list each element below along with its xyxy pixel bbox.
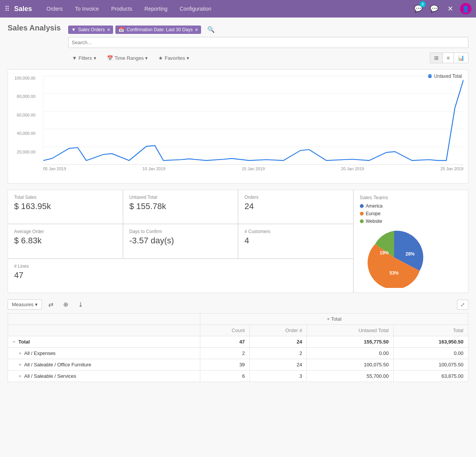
expand-furniture-button[interactable]: + xyxy=(19,362,22,368)
notification-badge: 8 xyxy=(420,1,426,7)
app-brand[interactable]: Sales xyxy=(14,5,32,13)
expenses-row-label: All / Expenses xyxy=(24,350,56,356)
stat-customers: # Customers 4 xyxy=(238,224,353,258)
measures-label: Measures xyxy=(12,302,34,307)
total-row-label: Total xyxy=(18,339,30,345)
nav-configuration[interactable]: Configuration xyxy=(174,0,217,18)
pivot-table: + Total Count Order # Untaxed Total Tota… xyxy=(8,313,468,382)
pivot-cell-total-label: − Total xyxy=(8,336,200,348)
nav-to-invoice[interactable]: To Invoice xyxy=(70,0,104,18)
filter-tag-sales-orders: ▼ Sales Orders × xyxy=(68,26,113,34)
search-bar: ▼ Sales Orders × 📅 Confirmation Date: La… xyxy=(68,24,468,48)
filter-tag-date: 📅 Confirmation Date: Last 30 Days × xyxy=(115,26,201,34)
filter-tag-date-label: Confirmation Date: Last 30 Days xyxy=(126,27,192,32)
line-chart: Untaxed Total 100,000.00 80,000.00 60,00… xyxy=(8,69,468,184)
stats-section: Total Sales $ 163.95k Untaxed Total $ 15… xyxy=(8,190,468,293)
pivot-cell-expenses-order: 2 xyxy=(249,348,307,359)
expand-services-button[interactable]: + xyxy=(19,373,22,379)
pivot-row-office-furniture: + All / Saleable / Office Furniture 39 2… xyxy=(8,359,468,371)
pivot-row-expenses: + All / Expenses 2 2 0.00 0.00 xyxy=(8,348,468,359)
stat-label-total-sales: Total Sales xyxy=(14,195,117,200)
star-icon: ★ xyxy=(158,55,163,61)
expand-expenses-button[interactable]: + xyxy=(19,350,22,356)
y-label-4: 20,000.00 xyxy=(8,150,37,154)
stat-avg-order: Average Order $ 6.83k xyxy=(8,224,123,258)
x-label-1: 10 Jan 2019 xyxy=(142,166,166,171)
pivot-cell-services-label: + All / Saleable / Services xyxy=(8,371,200,382)
filters-arrow: ▾ xyxy=(94,55,96,61)
nav-orders[interactable]: Orders xyxy=(41,0,68,18)
nav-reporting[interactable]: Reporting xyxy=(139,0,173,18)
pie-label-website: Website xyxy=(366,219,382,224)
remove-filter-sales-orders[interactable]: × xyxy=(107,27,110,33)
stat-days-confirm: Days to Confirm -3.57 day(s) xyxy=(123,224,238,258)
remove-filter-date[interactable]: × xyxy=(195,27,198,33)
pivot-cell-total-order: 24 xyxy=(249,336,307,348)
pivot-cell-expenses-total: 0.00 xyxy=(393,348,468,359)
pivot-cell-services-count: 6 xyxy=(200,371,249,382)
pivot-cell-furniture-total: 100,075.50 xyxy=(393,359,468,371)
search-icon-button[interactable]: 🔍 xyxy=(203,24,219,35)
y-label-3: 40,000.00 xyxy=(8,131,37,136)
pie-svg: 28% 53% 19% xyxy=(360,227,428,288)
plus-icon-total[interactable]: + xyxy=(327,316,330,322)
stat-label-avg-order: Average Order xyxy=(14,229,117,234)
pie-legend-europe: Europe xyxy=(360,211,462,216)
calendar-icon: 📅 xyxy=(118,27,124,32)
stat-lines: # Lines 47 xyxy=(8,259,353,293)
time-ranges-button[interactable]: 📅 Time Ranges ▾ xyxy=(103,53,152,63)
pivot-cell-furniture-count: 39 xyxy=(200,359,249,371)
nav-menu: Orders To Invoice Products Reporting Con… xyxy=(41,0,412,18)
notifications-button[interactable]: 💬 8 xyxy=(412,3,424,15)
user-avatar[interactable]: 👤 xyxy=(460,3,471,14)
stat-total-sales: Total Sales $ 163.95k xyxy=(8,190,123,224)
stat-value-total-sales: $ 163.95k xyxy=(14,201,117,211)
pivot-view-button[interactable]: ⊞ xyxy=(430,53,443,63)
stat-value-avg-order: $ 6.83k xyxy=(14,236,117,246)
pivot-row-total: − Total 47 24 155,775.50 163,950.50 xyxy=(8,336,468,348)
topnav-icons: 💬 8 💬 ✕ 👤 xyxy=(412,3,471,15)
page-title: Sales Analysis xyxy=(8,24,61,32)
avatar-image: 👤 xyxy=(462,5,470,13)
pivot-cell-total-count: 47 xyxy=(200,336,249,348)
favorites-button[interactable]: ★ Favorites ▾ xyxy=(155,53,193,63)
pivot-cell-expenses-untaxed: 0.00 xyxy=(307,348,393,359)
settings-button[interactable]: ✕ xyxy=(444,3,456,15)
page-content: Sales Analysis ▼ Sales Orders × 📅 Confir… xyxy=(0,18,476,388)
stat-label-lines: # Lines xyxy=(14,264,347,269)
nav-products[interactable]: Products xyxy=(106,0,137,18)
furniture-row-label: All / Saleable / Office Furniture xyxy=(24,362,91,368)
stat-label-orders: Orders xyxy=(244,195,347,200)
measures-button[interactable]: Measures ▾ xyxy=(8,299,42,310)
pivot-cell-services-order: 3 xyxy=(249,371,307,382)
swap-rows-cols-button[interactable]: ⇄ xyxy=(45,299,57,310)
stat-value-days-confirm: -3.57 day(s) xyxy=(129,236,232,246)
filters-button[interactable]: ▼ Filters ▾ xyxy=(68,53,100,63)
pivot-col-total: Total xyxy=(393,325,468,336)
filter-icon: ▼ xyxy=(71,27,76,32)
pivot-cell-total-total: 163,950.50 xyxy=(393,336,468,348)
search-input[interactable] xyxy=(69,37,468,48)
time-ranges-label: Time Ranges xyxy=(115,55,144,61)
favorites-label: Favorites xyxy=(165,55,185,61)
top-navigation: ⠿ Sales Orders To Invoice Products Repor… xyxy=(0,0,476,18)
x-label-3: 20 Jan 2019 xyxy=(341,166,364,171)
download-button[interactable]: ⤓ xyxy=(75,299,86,310)
chat-button[interactable]: 💬 xyxy=(428,3,440,15)
fullscreen-button[interactable]: ⤢ xyxy=(457,300,468,310)
pivot-row-header xyxy=(8,313,200,325)
pivot-col-untaxed: Untaxed Total xyxy=(307,325,393,336)
app-grid-menu[interactable]: ⠿ xyxy=(5,5,10,13)
pivot-cell-expenses-label: + All / Expenses xyxy=(8,348,200,359)
view-buttons: ⊞ ≡ 📊 xyxy=(430,53,468,63)
chart-view-button[interactable]: 📊 xyxy=(454,53,468,63)
expand-all-button[interactable]: ⊕ xyxy=(60,299,72,310)
measures-arrow: ▾ xyxy=(35,302,38,307)
pivot-cell-furniture-order: 24 xyxy=(249,359,307,371)
stat-label-days-confirm: Days to Confirm xyxy=(129,229,232,234)
favorites-arrow: ▾ xyxy=(187,55,189,61)
collapse-total-button[interactable]: − xyxy=(13,339,16,345)
list-view-button[interactable]: ≡ xyxy=(443,53,454,63)
pivot-row-services: + All / Saleable / Services 6 3 55,700.0… xyxy=(8,371,468,382)
grid-icon: ⠿ xyxy=(5,5,10,13)
